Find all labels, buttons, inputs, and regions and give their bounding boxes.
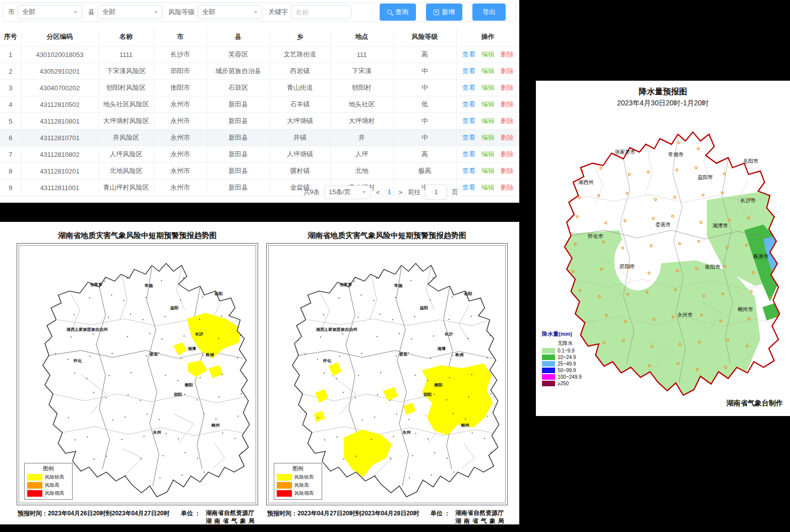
county-seat-dot [107,259,108,260]
add-button[interactable]: 新增 [426,4,462,21]
county-seat-dot [125,417,126,418]
table-header: 序号分区编码名称市县乡地点风险等级操作 [0,28,519,46]
station-marker [551,291,553,293]
jump-page-input[interactable] [425,185,447,200]
table-cell-town: 文艺路街道 [270,46,330,63]
county-seat-dot [222,433,223,434]
county-seat-dot [430,358,431,359]
station-marker [553,264,555,266]
table-row: 443112810502地头社区风险区永州市新田县石羊镇地头社区低查看编辑删除 [0,96,519,113]
view-link[interactable]: 查看 [462,84,475,91]
delete-link[interactable]: 删除 [501,84,514,91]
county-seat-dot [30,379,31,380]
table-cell-name: 北地风险区 [98,163,154,180]
county-seat-dot [128,394,129,395]
trend-map-2-footer: 预报时间：2023年04月27日20时到2023年04月28日20时 单位 ： … [266,509,508,525]
county-seat-dot [221,316,222,317]
county-seat-dot [321,453,322,454]
view-link[interactable]: 查看 [462,184,475,191]
county-select[interactable]: 全部 [98,5,162,19]
view-link[interactable]: 查看 [462,100,475,108]
view-link[interactable]: 查看 [462,150,475,158]
delete-link[interactable]: 删除 [501,67,514,75]
export-button[interactable]: 导出 [472,4,506,21]
table-cell-code: 43112810201 [21,163,98,180]
next-page-button[interactable]: > [398,189,404,196]
table-cell-place: 北地 [330,163,393,180]
view-link[interactable]: 查看 [462,117,475,125]
risk-level-select[interactable]: 全部 [198,5,262,19]
delete-link[interactable]: 删除 [501,117,514,125]
county-seat-dot [90,356,91,357]
table-cell-town: 大坪塘镇 [270,113,330,130]
edit-link[interactable]: 编辑 [481,184,495,191]
unit-label: 单位 ： [181,509,201,525]
table-cell-town: 井镇 [270,130,330,146]
search-button[interactable]: 查询 [380,4,416,21]
page-size-select[interactable]: 15条/页 [324,186,371,199]
county-seat-dot [36,334,37,335]
view-link[interactable]: 查看 [462,134,475,141]
delete-link[interactable]: 删除 [501,134,514,141]
table-cell-actions: 查看编辑删除 [456,180,519,196]
table-cell-city: 衡阳市 [154,80,207,96]
edit-link[interactable]: 编辑 [481,117,495,125]
county-seat-dot [449,319,450,320]
delete-link[interactable]: 删除 [501,50,514,58]
county-seat-dot [377,336,378,337]
delete-link[interactable]: 删除 [501,184,514,191]
view-link[interactable]: 查看 [462,50,475,58]
prev-page-button[interactable]: < [375,189,381,196]
edit-link[interactable]: 编辑 [481,150,495,158]
map-city-label: 邵阳 [173,392,182,397]
edit-link[interactable]: 编辑 [481,84,495,91]
edit-link[interactable]: 编辑 [481,50,495,58]
delete-link[interactable]: 删除 [501,167,514,174]
county-seat-dot [72,453,73,454]
keyword-input[interactable] [291,5,351,19]
station-marker [550,191,552,193]
map-city-label: 娄底市 [655,221,671,227]
county-seat-dot [74,314,75,315]
edit-link[interactable]: 编辑 [481,100,495,108]
station-marker [747,124,749,126]
legend-label: 0.1~9.9 [558,348,575,353]
county-seat-dot [358,375,359,376]
view-link[interactable]: 查看 [462,67,475,75]
county-seat-dot [340,472,341,474]
county-seat-dot [203,413,204,414]
county-seat-dot [203,355,204,356]
city-select[interactable]: 全部 [18,5,82,19]
county-seat-dot [52,434,53,435]
risk-table-panel: 市 全部 县 全部 风险等级 全部 关键字 查询 新增 导出 [0,0,519,203]
trend-map-1: 湖南省地质灾害气象风险中短期预警预报趋势图 [17,231,258,525]
map-city-label: 张家界市 [615,149,636,155]
county-seat-dot [51,317,52,318]
view-link[interactable]: 查看 [462,167,475,174]
map-city-label: 湘西州 [578,179,593,185]
delete-link[interactable]: 删除 [501,150,514,158]
county-seat-dot [87,437,88,438]
edit-link[interactable]: 编辑 [481,134,495,141]
legend-label: 风险很高 [45,490,64,497]
station-marker [771,168,773,170]
county-seat-dot [74,373,75,374]
trend-map-1-legend: 图例 风险较高风险高风险很高 [24,463,73,500]
table-cell-risk: 极高 [393,163,456,180]
county-seat-dot [237,416,238,417]
edit-link[interactable]: 编辑 [481,67,495,75]
plus-square-icon [434,10,439,15]
county-seat-dot [433,277,434,278]
risk-level-filter-label: 风险等级 [168,8,195,17]
delete-link[interactable]: 删除 [501,100,514,108]
chevron-down-icon [154,11,158,14]
county-seat-dot [161,280,162,281]
trend-map-1-box: 张家界常德岳阳益阳湘西土家族苗族自治州长沙湘潭娄底株洲怀化邵阳衡阳永州郴州 图例… [17,243,258,505]
county-seat-dot [414,316,415,317]
forecast-time: 预报时间：2023年04月27日20时到2023年04月28日20时 [267,509,419,525]
county-seat-dot [185,452,186,453]
edit-link[interactable]: 编辑 [481,167,495,174]
county-seat-dot [468,338,469,339]
table-cell-city: 邵阳市 [154,63,207,80]
page-number-1[interactable]: 1 [386,189,393,196]
